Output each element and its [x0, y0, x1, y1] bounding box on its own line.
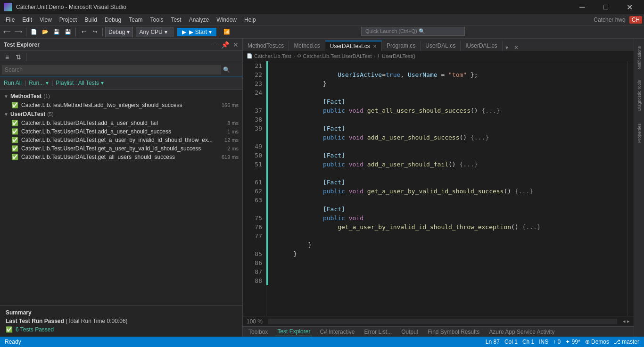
test-toolbar: ≡ ⇅	[0, 51, 242, 63]
bottom-tab-output[interactable]: Output	[399, 328, 420, 336]
bottom-tab-find-symbol[interactable]: Find Symbol Results	[426, 328, 481, 336]
user-dal-test-count: (5)	[47, 111, 53, 117]
wifi-icon: 📶	[222, 27, 232, 37]
forward-button[interactable]: ⟶	[13, 27, 24, 37]
bottom-tab-test-explorer[interactable]: Test Explorer	[275, 327, 312, 336]
panel-close-button[interactable]: ✕	[233, 41, 239, 49]
quick-launch-input[interactable]: Quick Launch (Ctrl+Q) 🔍	[361, 27, 465, 36]
zoom-level[interactable]: 100 %	[247, 318, 263, 325]
start-button[interactable]: ▶ ▶ Start ▾	[177, 28, 216, 36]
tab-program[interactable]: Program.cs	[382, 41, 421, 51]
test-item-3[interactable]: ✅ Catcher.Lib.Test.UserDALTest.get_a_use…	[0, 136, 242, 144]
horizontal-scroll[interactable]	[268, 319, 617, 324]
run-all-link[interactable]: Run All	[4, 80, 22, 86]
test-name-1: Catcher.Lib.Test.UserDALTest.add_a_user_…	[21, 120, 225, 126]
bottom-tab-csharp[interactable]: C# Interactive	[318, 328, 356, 336]
tab-overflow-button[interactable]: ▾	[503, 44, 511, 51]
bottom-tab-error-list[interactable]: Error List...	[362, 328, 394, 336]
panel-header: Test Explorer ─ 📌 ✕	[0, 39, 242, 51]
breadcrumb-method[interactable]: UserDALTest()	[382, 53, 415, 59]
panel-title: Test Explorer	[4, 41, 40, 48]
test-group-button[interactable]: ≡	[2, 52, 12, 62]
main-toolbar: ⟵ ⟶ 📄 📂 💾 💾 ↩ ↪ Debug ▾ Any CPU ▾ ▶ ▶ St…	[0, 25, 644, 39]
user-dal-test-group-name: UserDALTest	[10, 111, 45, 117]
open-file-button[interactable]: 📂	[40, 27, 50, 37]
demos-indicator[interactable]: ⊕ Demos	[585, 339, 609, 345]
properties-panel-button[interactable]: Properties	[634, 114, 644, 152]
run-controls: Run All | Run... ▾ | Playlist : All Test…	[0, 76, 242, 90]
restore-button[interactable]: □	[595, 0, 617, 14]
close-button[interactable]: ✕	[619, 0, 640, 14]
diagnostic-tools-panel-button[interactable]: Diagnostic Tools	[634, 76, 644, 114]
new-file-button[interactable]: 📄	[29, 27, 39, 37]
menu-window[interactable]: Window	[213, 16, 240, 24]
tab-close-all-button[interactable]: ✕	[511, 44, 521, 51]
menu-analyze[interactable]: Analyze	[185, 16, 213, 24]
user-dal-test-group-header[interactable]: ▼ UserDALTest (5)	[0, 109, 242, 119]
menu-team[interactable]: Team	[125, 16, 146, 24]
tab-userdal[interactable]: UserDAL.cs	[421, 41, 461, 51]
menu-project[interactable]: Project	[56, 16, 81, 24]
test-sort-button[interactable]: ⇅	[13, 52, 24, 62]
redo-button[interactable]: ↪	[90, 27, 100, 37]
test-item-1[interactable]: ✅ Catcher.Lib.Test.UserDALTest.add_a_use…	[0, 119, 242, 127]
toolbar-separator-3	[102, 28, 103, 36]
run-dropdown-link[interactable]: Run...	[29, 80, 44, 86]
code-area[interactable]: 21 22 23 24 37 38 39 49 50 51 61 62 63	[243, 61, 634, 316]
code-editor[interactable]: UserIsActive=true, UserName = "tom" }; }…	[275, 61, 627, 316]
panel-pin-button[interactable]: 📌	[221, 41, 229, 49]
panel-minimize-button[interactable]: ─	[213, 41, 217, 49]
platform-dropdown[interactable]: Any CPU ▾	[136, 27, 173, 37]
branch-indicator[interactable]: ⎇ master	[614, 339, 639, 345]
menu-debug[interactable]: Debug	[101, 16, 125, 24]
test-item-2[interactable]: ✅ Catcher.Lib.Test.UserDALTest.add_a_use…	[0, 127, 242, 136]
scroll-arrows[interactable]: ◂ ▸	[623, 318, 630, 324]
test-item-4[interactable]: ✅ Catcher.Lib.Test.UserDALTest.get_a_use…	[0, 144, 242, 153]
summary-panel: Summary Last Test Run Passed (Total Run …	[0, 305, 242, 337]
breadcrumb-class[interactable]: Catcher.Lib.Test.UserDALTest	[303, 53, 372, 59]
ch-indicator: Ch 1	[522, 339, 534, 345]
save-all-button[interactable]: 💾	[63, 27, 73, 37]
tab-methodtest[interactable]: MethodTest.cs	[243, 41, 289, 51]
line-indicator: Ln 87	[486, 339, 500, 345]
method-test-group-header[interactable]: ▼ MethodTest (1)	[0, 91, 242, 101]
test-name-3: Catcher.Lib.Test.UserDALTest.get_a_user_…	[21, 137, 223, 143]
editor-scrollbar[interactable]	[627, 61, 634, 316]
breadcrumb-method-icon: ƒ	[377, 53, 380, 58]
test-item[interactable]: ✅ Catcher.Lib.Test.MethodTest.add_two_in…	[0, 101, 242, 109]
editor-column: MethodTest.cs Method.cs UserDALTest.cs ✕…	[243, 39, 634, 337]
title-bar: Catcher.Unit.Demo - Microsoft Visual Stu…	[0, 0, 644, 14]
menu-tools[interactable]: Tools	[147, 16, 167, 24]
method-test-group-name: MethodTest	[10, 93, 41, 99]
back-button[interactable]: ⟵	[2, 27, 12, 37]
menu-test[interactable]: Test	[167, 16, 185, 24]
debug-mode-dropdown[interactable]: Debug ▾	[105, 27, 133, 37]
search-input[interactable]	[2, 65, 221, 74]
app-title: Catcher.Unit.Demo - Microsoft Visual Stu…	[16, 4, 126, 10]
test-item-5[interactable]: ✅ Catcher.Lib.Test.UserDALTest.get_all_u…	[0, 153, 242, 161]
tab-method[interactable]: Method.cs	[289, 41, 325, 51]
tab-userdaltest[interactable]: UserDALTest.cs ✕	[325, 41, 382, 51]
breadcrumb-root[interactable]: Catcher.Lib.Test	[254, 53, 291, 59]
undo-button[interactable]: ↩	[78, 27, 89, 37]
menu-view[interactable]: View	[36, 16, 56, 24]
collapse-gutter	[268, 61, 275, 316]
group-collapse-icon: ▼	[4, 94, 8, 99]
minimize-button[interactable]: ─	[571, 0, 593, 14]
menu-build[interactable]: Build	[81, 16, 101, 24]
playlist-link[interactable]: Playlist : All Tests	[56, 80, 99, 86]
caret-up: ↑ 0	[553, 339, 561, 345]
tab-close-userdaltest[interactable]: ✕	[373, 44, 377, 49]
save-button[interactable]: 💾	[51, 27, 62, 37]
test-name-4: Catcher.Lib.Test.UserDALTest.get_a_user_…	[21, 145, 225, 152]
notifications-panel-button[interactable]: Notifications	[634, 39, 644, 76]
menu-file[interactable]: File	[2, 16, 18, 24]
test-list: ▼ MethodTest (1) ✅ Catcher.Lib.Test.Meth…	[0, 90, 242, 305]
tab-iuserdal[interactable]: IUserDAL.cs	[461, 41, 502, 51]
bottom-tab-azure[interactable]: Azure App Service Activity	[487, 328, 556, 336]
menu-edit[interactable]: Edit	[18, 16, 36, 24]
bottom-tab-toolbox[interactable]: Toolbox	[247, 328, 270, 336]
toolbar-separator-1	[26, 28, 26, 36]
summary-last-run: Last Test Run Passed (Total Run Time 0:0…	[6, 318, 237, 324]
menu-help[interactable]: Help	[240, 16, 260, 24]
